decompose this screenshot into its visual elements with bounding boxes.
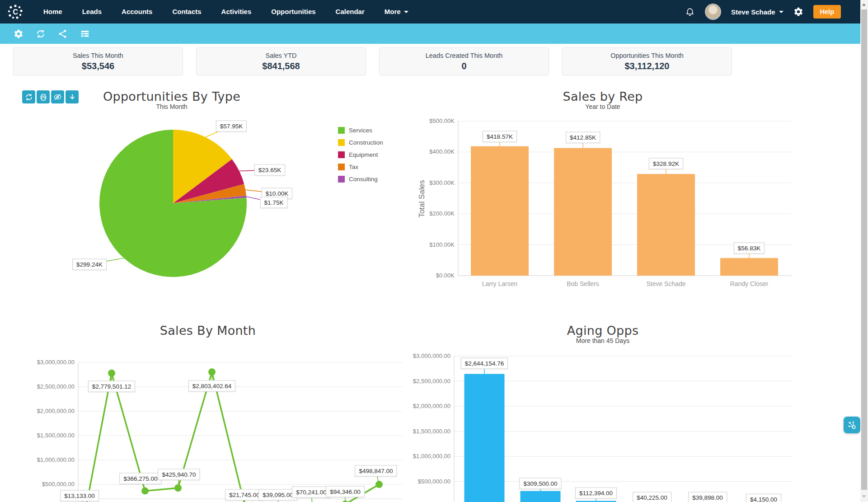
pie-callout-line [245, 190, 277, 193]
rep-chart-subtitle: Year to Date [490, 103, 716, 110]
sales-line [86, 372, 379, 502]
point-callout-line [244, 495, 245, 502]
line-marker-3 [174, 484, 182, 492]
nav-item-label: Contacts [172, 0, 201, 23]
hide-labels-icon [53, 93, 62, 101]
line-marker-9 [375, 481, 383, 488]
app-logo[interactable]: C [6, 3, 24, 21]
charts-canvas [0, 0, 868, 502]
point-callout-line [278, 495, 278, 502]
legend-item-services[interactable]: Services [338, 127, 383, 134]
rep-y-axis-title: Total Sales [418, 172, 427, 226]
nav-item-opportunities[interactable]: Opportunities [261, 0, 325, 23]
line-marker-2 [141, 487, 149, 494]
nav-item-label: Accounts [122, 0, 152, 23]
legend-item-tax[interactable]: Tax [338, 164, 383, 170]
notifications-bell-icon[interactable] [685, 7, 695, 17]
chart-actions [22, 90, 79, 103]
chevron-down-icon [779, 11, 784, 13]
nav-item-home[interactable]: Home [33, 0, 72, 23]
download-chart-button[interactable] [66, 90, 79, 103]
legend-swatch-consulting [338, 176, 345, 183]
bar-bob-sellers [554, 148, 612, 276]
rep-chart-title: Sales by Rep [490, 89, 716, 103]
chevron-down-icon [404, 11, 408, 13]
legend-swatch-construction [338, 139, 345, 146]
settings-gear-icon[interactable] [14, 29, 23, 39]
legend-label: Equipment [349, 151, 378, 158]
print-chart-button[interactable] [37, 90, 50, 103]
help-button[interactable]: Help [813, 5, 841, 19]
nav-item-more[interactable]: More [375, 0, 418, 23]
print-icon [39, 93, 47, 101]
line-marker-1 [108, 370, 115, 377]
journey-nodes-icon [847, 420, 857, 430]
legend-item-consulting[interactable]: Consulting [338, 176, 383, 183]
bar-1 [521, 491, 561, 502]
download-icon [68, 93, 76, 101]
line-marker-4 [208, 368, 216, 375]
list-view-icon[interactable] [80, 29, 90, 39]
bar-randy-closer [720, 258, 778, 276]
pie-legend: ServicesConstructionEquipmentTaxConsulti… [338, 127, 383, 188]
refresh-chart-button[interactable] [22, 90, 35, 103]
legend-item-construction[interactable]: Construction [338, 139, 383, 146]
primary-nav: HomeLeadsAccountsContactsActivitiesOppor… [33, 0, 418, 23]
nav-right: Steve Schade Help [685, 4, 841, 20]
user-avatar[interactable] [705, 4, 721, 20]
legend-swatch-tax [338, 164, 345, 170]
refresh-icon [25, 93, 33, 101]
legend-item-equipment[interactable]: Equipment [338, 151, 383, 158]
pie-chart-title: Opportunities By Type [59, 89, 285, 103]
nav-item-label: Opportunities [271, 0, 315, 23]
pie-callout-line [239, 170, 270, 171]
aging-chart-subtitle: More than 45 Days [490, 337, 716, 344]
nav-item-contacts[interactable]: Contacts [162, 0, 211, 23]
month-chart-title: Sales By Month [95, 324, 321, 338]
share-icon[interactable] [58, 29, 68, 39]
bar-0 [464, 374, 505, 502]
nav-item-activities[interactable]: Activities [211, 0, 262, 23]
nav-item-label: Home [43, 0, 62, 23]
point-callout-line [311, 492, 312, 502]
top-navbar: C HomeLeadsAccountsContactsActivitiesOpp… [0, 0, 868, 23]
user-name-label: Steve Schade [731, 8, 775, 16]
legend-swatch-equipment [338, 151, 345, 158]
hide-labels-button[interactable] [51, 90, 64, 103]
nav-item-label: More [385, 0, 401, 23]
pie-callout-line [246, 197, 274, 202]
dashboard-toolbar [0, 23, 868, 44]
nav-item-leads[interactable]: Leads [72, 0, 112, 23]
scroll-down-arrow[interactable] [862, 495, 866, 498]
legend-label: Consulting [349, 176, 378, 183]
pie-callout-line [205, 126, 231, 137]
legend-label: Tax [349, 164, 358, 170]
nav-item-label: Leads [82, 0, 102, 23]
nav-item-label: Activities [221, 0, 252, 23]
settings-gear-icon[interactable] [793, 7, 803, 17]
pie-chart-subtitle: This Month [59, 103, 285, 110]
quick-actions-fab[interactable] [844, 417, 860, 433]
pie-callout-line [89, 258, 124, 264]
bar-larry-larsen [471, 146, 529, 276]
svg-text:C: C [13, 8, 18, 16]
legend-label: Services [349, 127, 372, 134]
user-menu[interactable]: Steve Schade [731, 8, 784, 16]
refresh-icon[interactable] [36, 29, 46, 39]
nav-item-accounts[interactable]: Accounts [112, 0, 162, 23]
scrollbar-thumb[interactable] [861, 9, 867, 490]
nav-item-calendar[interactable]: Calendar [326, 0, 375, 23]
bar-steve-schade [637, 174, 695, 276]
scroll-up-arrow[interactable] [862, 3, 866, 6]
aging-chart-title: Aging Opps [490, 324, 716, 338]
legend-swatch-services [338, 127, 345, 134]
vertical-scrollbar[interactable] [860, 0, 868, 502]
legend-label: Construction [349, 139, 383, 146]
nav-item-label: Calendar [336, 0, 365, 23]
